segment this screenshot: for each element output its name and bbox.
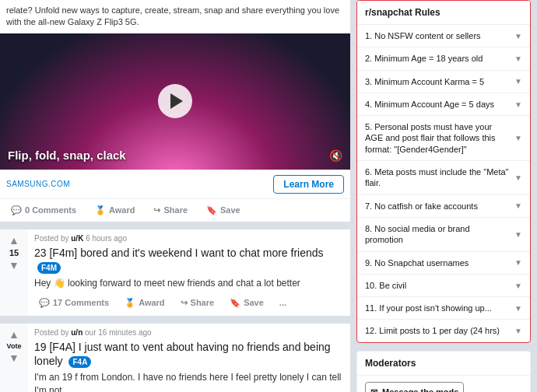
rule-item-8[interactable]: 8. No social media or brand promotion ▼ [357, 218, 530, 252]
post-1-text: Hey 👋 looking forward to meet new friend… [34, 277, 344, 290]
rule-item-10[interactable]: 10. Be civil ▼ [357, 275, 530, 297]
post-2-meta: Posted by u/n our 16 minutes ago [34, 328, 344, 337]
post-1: ▲ 15 ▼ Posted by u/K 6 hours ago 23 [F4m… [0, 229, 350, 316]
mods-header: Moderators [357, 352, 530, 376]
save-button[interactable]: 🔖 Save [202, 202, 245, 219]
chevron-icon-10: ▼ [514, 282, 522, 290]
rule-item-7[interactable]: 7. No catfish or fake accounts ▼ [357, 195, 530, 218]
save-icon-1: 🔖 [230, 298, 240, 308]
post-1-comments[interactable]: 💬 17 Comments [34, 295, 114, 311]
samsung-link: SAMSUNG.COM [6, 180, 70, 188]
ad-description: relate? Unfold new ways to capture, crea… [0, 0, 350, 33]
right-column: r/snapchat Rules 1. No NSFW content or s… [350, 0, 537, 392]
rule-text-8: 8. No social media or brand promotion [365, 223, 514, 246]
post-2-title: 19 [F4A] I just want to vent about havin… [34, 340, 344, 368]
learn-more-button[interactable]: Learn More [273, 175, 344, 194]
award-label: Award [109, 205, 135, 215]
mods-box: Moderators ✉ Message the mods u/PsychoSm… [356, 351, 531, 392]
chevron-icon-1: ▼ [514, 32, 522, 40]
comments-icon-1: 💬 [39, 298, 50, 308]
post-2-time: our 16 minutes ago [85, 328, 152, 337]
bookmark-icon: 🔖 [206, 205, 217, 215]
award-icon: 🏅 [95, 205, 106, 215]
rule-item-6[interactable]: 6. Meta posts must include the "Meta" fl… [357, 161, 530, 195]
post-1-comments-label: 17 Comments [53, 298, 109, 307]
share-icon: ↪ [153, 205, 160, 215]
rule-item-9[interactable]: 9. No Snapchat usernames ▼ [357, 252, 530, 275]
share-button[interactable]: ↪ Share [149, 202, 192, 219]
post-1-body: Posted by u/K 6 hours ago 23 [F4m] bored… [28, 229, 350, 316]
vote-count-2: Vote [7, 342, 22, 350]
comments-button[interactable]: 💬 0 Comments [6, 202, 81, 219]
rule-text-4: 4. Minimum Account Age = 5 days [365, 99, 514, 110]
upvote-button-2[interactable]: ▲ [9, 328, 19, 341]
award-button[interactable]: 🏅 Award [90, 202, 139, 219]
rules-list: 1. No NSFW content or sellers ▼ 2. Minim… [357, 25, 530, 342]
save-label: Save [220, 205, 240, 215]
ad-text: relate? Unfold new ways to capture, crea… [6, 5, 344, 29]
comments-icon: 💬 [11, 205, 22, 215]
rule-text-12: 12. Limit posts to 1 per day (24 hrs) [365, 325, 514, 336]
downvote-button-2[interactable]: ▼ [9, 352, 19, 364]
post-2-text: I'm an 19 f from London. I have no frien… [34, 371, 344, 392]
post-1-user[interactable]: u/K [71, 234, 83, 243]
left-column: relate? Unfold new ways to capture, crea… [0, 0, 350, 392]
post-2: ▲ Vote ▼ Posted by u/n our 16 minutes ag… [0, 324, 350, 392]
message-mods-label: Message the mods [382, 387, 458, 392]
ad-post: relate? Unfold new ways to capture, crea… [0, 0, 350, 222]
post-2-user[interactable]: u/n [71, 328, 82, 337]
post-1-award[interactable]: 🏅 Award [120, 295, 169, 311]
rule-item-3[interactable]: 3. Minimum Account Karma = 5 ▼ [357, 71, 530, 93]
rules-header: r/snapchat Rules [357, 1, 530, 25]
chevron-icon-5: ▼ [514, 134, 522, 142]
post-1-vote: ▲ 15 ▼ [0, 229, 28, 316]
comments-label: 0 Comments [25, 205, 76, 215]
rule-text-5: 5. Personal posts must have your AGE and… [365, 121, 514, 155]
post-1-meta: Posted by u/K 6 hours ago [34, 234, 344, 243]
post-1-time: 6 hours ago [86, 234, 127, 243]
post-1-title: 23 [F4m] bored and it's weekend I want t… [34, 246, 344, 274]
rule-text-2: 2. Minimum Age = 18 years old [365, 53, 514, 64]
post-1-save[interactable]: 🔖 Save [225, 295, 268, 311]
upvote-button-1[interactable]: ▲ [9, 234, 19, 247]
rule-text-3: 3. Minimum Account Karma = 5 [365, 76, 514, 87]
award-icon-1: 🏅 [125, 298, 135, 308]
post-1-share[interactable]: ↪ Share [176, 295, 219, 311]
rule-item-11[interactable]: 11. If your post isn't showing up... ▼ [357, 297, 530, 320]
chevron-icon-8: ▼ [514, 230, 522, 239]
share-icon-1: ↪ [181, 298, 188, 308]
play-button[interactable] [158, 84, 192, 118]
chevron-icon-11: ▼ [514, 304, 522, 313]
post-1-actions: 💬 17 Comments 🏅 Award ↪ Share 🔖 Save ... [34, 295, 344, 311]
rule-text-11: 11. If your post isn't showing up... [365, 303, 514, 313]
mail-icon: ✉ [370, 387, 377, 392]
vote-count-1: 15 [9, 248, 19, 257]
chevron-icon-3: ▼ [514, 77, 522, 86]
rule-text-9: 9. No Snapchat usernames [365, 257, 514, 268]
rule-item-4[interactable]: 4. Minimum Account Age = 5 days ▼ [357, 93, 530, 116]
ad-post-bottom: SAMSUNG.COM Learn More [0, 170, 350, 198]
chevron-icon-4: ▼ [514, 100, 522, 109]
downvote-button-1[interactable]: ▼ [9, 259, 19, 271]
post-2-vote: ▲ Vote ▼ [0, 324, 28, 392]
chevron-icon-6: ▼ [514, 173, 522, 182]
rule-item-12[interactable]: 12. Limit posts to 1 per day (24 hrs) ▼ [357, 320, 530, 341]
post-2-flair: F4A [68, 356, 91, 368]
rule-item-1[interactable]: 1. No NSFW content or sellers ▼ [357, 25, 530, 47]
chevron-icon-9: ▼ [514, 258, 522, 267]
volume-icon[interactable]: 🔇 [329, 149, 342, 162]
ad-video-caption: Flip, fold, snap, clack [8, 149, 126, 162]
chevron-icon-7: ▼ [514, 201, 522, 210]
rule-item-5[interactable]: 5. Personal posts must have your AGE and… [357, 116, 530, 161]
rule-item-2[interactable]: 2. Minimum Age = 18 years old ▼ [357, 47, 530, 70]
post-1-flair: F4M [37, 262, 61, 274]
ad-video[interactable]: Flip, fold, snap, clack 🔇 [0, 33, 350, 170]
rule-text-6: 6. Meta posts must include the "Meta" fl… [365, 166, 514, 189]
rules-box: r/snapchat Rules 1. No NSFW content or s… [356, 0, 531, 343]
rule-text-7: 7. No catfish or fake accounts [365, 201, 514, 212]
post-2-body: Posted by u/n our 16 minutes ago 19 [F4A… [28, 324, 350, 392]
message-mods-button[interactable]: ✉ Message the mods [365, 382, 464, 392]
rule-text-10: 10. Be civil [365, 280, 514, 291]
share-label: Share [163, 205, 188, 215]
post-1-more[interactable]: ... [275, 295, 291, 310]
